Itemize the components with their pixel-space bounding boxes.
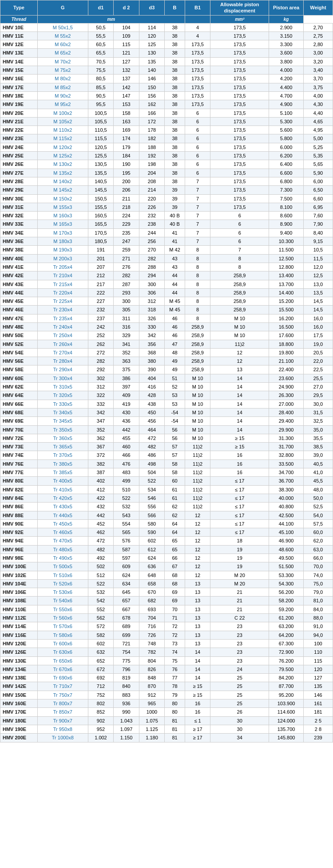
cell-48-2: 362 [88,434,114,442]
table-row: HMV 34EM 170x3170,523524441769.4008,40 [0,228,333,237]
cell-28-4: 288 [139,263,165,271]
cell-37-3: 341 [114,340,139,348]
cell-0-3: 104 [114,23,139,31]
table-row: HMV 16EM 80x280,513714638173,5173,54.200… [0,75,333,83]
cell-39-4: 380 [139,357,165,365]
cell-0-7: 173,5 [210,23,269,31]
cell-43-6: M 10 [185,391,210,400]
cell-36-6: 258,9 [185,331,210,340]
cell-4-6: 173,5 [185,57,210,66]
cell-8-0: HMV 18E [0,91,38,100]
cell-80-2: 852 [88,708,114,716]
table-body: HMV 10EM 50x1,550,5104114384173,52.9002,… [0,23,333,742]
cell-37-7: 11)2 [210,340,269,348]
cell-4-2: 70,5 [88,57,114,66]
cell-1-8: 3.150 [269,31,304,40]
cell-25-1: M 180x3 [37,237,88,246]
cell-63-1: Tr 500x5 [37,562,88,571]
cell-46-2: 347 [88,417,114,425]
cell-9-4: 162 [139,100,165,109]
cell-31-9: 13,5 [304,288,333,297]
cell-28-2: 207 [88,263,114,271]
cell-77-2: 712 [88,682,114,691]
cell-53-4: 522 [139,477,165,485]
cell-64-1: Tr 510x6 [37,571,88,579]
cell-57-7: ≤ 17 [210,511,269,519]
cell-76-8: 84.200 [269,674,304,682]
cell-31-7: 258,9 [210,288,269,297]
cell-53-6: 11)2 [185,477,210,485]
cell-35-2: 242 [88,322,114,331]
cell-68-9: 84,0 [304,605,333,613]
cell-54-6: 11)2 [185,485,210,494]
cell-60-8: 46.900 [269,537,304,545]
cell-42-4: 416 [139,383,165,391]
cell-5-9: 3,40 [304,66,333,75]
cell-22-1: M 160x3 [37,212,88,220]
cell-45-3: 430 [114,408,139,416]
cell-34-4: 326 [139,314,165,322]
cell-16-1: M 130x2 [37,160,88,169]
cell-6-0: HMV 16E [0,75,38,83]
cell-48-3: 455 [114,434,139,442]
cell-51-8: 33.500 [269,460,304,468]
cell-49-8: 31.700 [269,443,304,451]
cell-38-9: 20,5 [304,348,333,357]
cell-10-4: 166 [139,109,165,117]
cell-11-4: 172 [139,117,165,126]
cell-70-0: HMV 114E [0,622,38,631]
cell-57-4: 566 [139,511,165,519]
cell-23-5: 40 B [165,220,185,228]
cell-35-6: 258,9 [185,322,210,331]
cell-75-7: 24 [210,665,269,673]
table-row: HMV 134ETr 670x667279682676142479.500120 [0,665,333,673]
cell-73-4: 782 [139,648,165,656]
cell-52-0: HMV 77E [0,468,38,477]
cell-69-6: 13 [185,614,210,622]
cell-11-8: 5.300 [269,117,304,126]
cell-4-8: 3.800 [269,57,304,66]
cell-4-5: 38 [165,57,185,66]
cell-47-6: M 10 [185,425,210,434]
cell-64-0: HMV 102E [0,571,38,579]
cell-33-9: 14,5 [304,306,333,314]
cell-64-6: 12 [185,571,210,579]
cell-73-1: Tr 630x6 [37,648,88,656]
cell-52-1: Tr 385x5 [37,468,88,477]
cell-71-2: 582 [88,631,114,639]
cell-60-4: 602 [139,537,165,545]
cell-3-7: 173,5 [210,49,269,57]
cell-63-6: 12 [185,562,210,571]
subheader-mm2: mm² [210,15,269,23]
cell-59-8: 45.100 [269,528,304,537]
cell-21-7: 173,5 [210,203,269,211]
cell-59-3: 565 [114,528,139,537]
cell-30-7: 258,9 [210,280,269,288]
cell-23-6: 7 [185,220,210,228]
cell-40-6: 258,9 [185,365,210,374]
cell-71-6: 13 [185,631,210,639]
cell-16-7: 173,5 [210,160,269,169]
cell-30-8: 13.700 [269,280,304,288]
cell-72-4: 748 [139,639,165,648]
table-row: HMV 12EM 60x260,511512538173,5173,53.300… [0,40,333,49]
cell-35-8: 16.500 [269,322,304,331]
cell-22-8: 8.600 [269,212,304,220]
cell-24-2: 170,5 [88,228,114,237]
cell-25-0: HMV 36E [0,237,38,246]
cell-69-1: Tr 560x6 [37,614,88,622]
cell-50-7: 16 [210,451,269,460]
cell-7-9: 3,75 [304,83,333,91]
cell-17-7: 173,5 [210,169,269,177]
cell-33-5: M 45 [165,306,185,314]
cell-11-5: 38 [165,117,185,126]
cell-59-0: HMV 92E [0,528,38,537]
cell-72-7: 23 [210,639,269,648]
cell-46-8: 29.400 [269,417,304,425]
cell-16-5: 38 [165,160,185,169]
cell-23-1: M 165x3 [37,220,88,228]
cell-82-3: 1.097 [114,725,139,733]
cell-55-1: Tr 420x5 [37,494,88,502]
cell-81-0: HMV 180E [0,716,38,725]
table-row: HMV 46ETr 230x4232305318M 458258,915.500… [0,306,333,314]
